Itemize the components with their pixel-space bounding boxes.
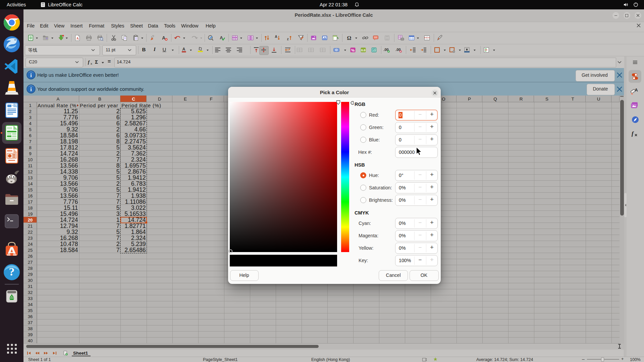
svg-text:A: A	[635, 87, 638, 93]
svg-text:i: i	[30, 72, 32, 78]
svg-text:Ω: Ω	[347, 35, 352, 41]
svg-text:z: z	[287, 37, 288, 41]
svg-text:%: %	[351, 48, 355, 52]
svg-text:?: ?	[9, 265, 15, 278]
svg-text:A: A	[162, 35, 165, 41]
svg-text:A: A	[275, 35, 277, 39]
svg-text:A: A	[76, 37, 79, 40]
svg-text:0.0: 0.0	[361, 48, 365, 52]
svg-text:15: 15	[373, 49, 375, 52]
svg-text:i: i	[30, 86, 32, 92]
svg-text:A: A	[182, 47, 185, 52]
